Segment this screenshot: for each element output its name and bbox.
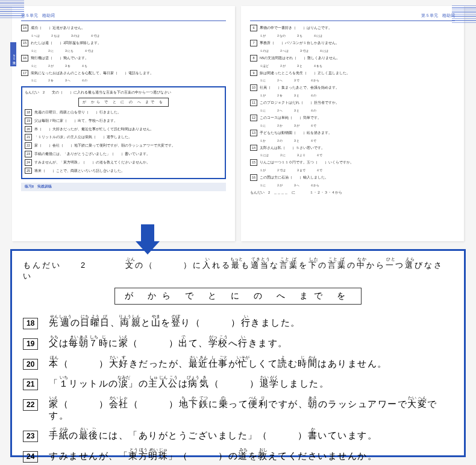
exercise-line: 24すみませんが、「東とう方ほう明めい珠じゅ」（）の道みちを教おしえてくださいま… <box>23 448 453 463</box>
question-text: 成功（ ）近道がありません。 <box>31 25 85 31</box>
question-number: 12 <box>250 115 257 121</box>
exercise-line: 22家いえ（）会かい社しゃ（）地ち下か鉄てつに乗のって便べん利りですが、朝あさの… <box>23 396 453 422</box>
question-text: 妹は間違ったところを先生（ ）正しく直しました。 <box>260 71 350 76</box>
left-page: 第５单元 格助词 14成功（ ）近道がありません。 １へは２もは３のは４では 1… <box>12 6 235 241</box>
question-number: 19 <box>23 338 38 350</box>
choices: １に２へ３で４から <box>260 78 455 83</box>
question-number: 14 <box>250 145 257 151</box>
question-text: 家（ ）会社（ ）地下鉄に乗って便利ですが、朝のラッシュアワーで大変です。 <box>34 143 175 148</box>
choices: １に２が３を４も <box>31 63 226 68</box>
question-text: りんごは一つ１１０円です。五つ（ ）いくらですか。 <box>260 160 354 165</box>
mondai-title-large: もんだい 2 文ぶんの（ ）に入れる最も適当な言葉を下の言葉の中から一つ選びなさ… <box>23 257 453 282</box>
question-text: N5の文法問題はそれ（ ）難しくありません。 <box>260 55 340 61</box>
question-number: 15 <box>21 40 28 46</box>
question-number: 15 <box>250 159 257 166</box>
question-text: すみませんが、「東とう方ほう明めい珠じゅ」（）の道みちを教おしえてくださいません… <box>49 448 377 462</box>
question-number: 19 <box>25 118 32 124</box>
question-text: このコースは単純（ ）簡単です。 <box>260 115 321 121</box>
question-number: 23 <box>25 151 32 157</box>
question-line: 10社員（ ）集まったあとで、会議を始めます。 <box>250 84 455 91</box>
choices: １に２へ３と４の <box>260 108 455 113</box>
question-line: 6果物の中で一番好き（ ）はりんごです。 <box>250 25 455 31</box>
question-text: 将来（ ）ことで、両親といろいろ話し合いました。 <box>34 168 125 174</box>
question-number: 20 <box>25 126 32 133</box>
question-text: このプロジェクトはだれ（ ）担当者ですか。 <box>260 100 339 106</box>
question-line: 7事務所（ ）パソコンが１台しかありません。 <box>250 40 455 46</box>
question-number: 18 <box>25 109 32 116</box>
question-line: 12このコースは単純（ ）簡単です。 <box>250 115 455 121</box>
highlighted-exercise-box: もんだい 2 文の（ ）に入れる最も適当な言葉を下の言葉の中から一つ選びなさい … <box>21 86 226 179</box>
choices: １に２か３が４で <box>260 123 455 128</box>
choices: １へは２もは３のは４では <box>31 33 226 38</box>
choices: １か２の３と４で <box>260 138 455 143</box>
question-number: 7 <box>250 40 257 46</box>
question-number: 24 <box>25 159 32 166</box>
choices: １に２に３にも４では <box>31 48 226 53</box>
question-text: すみませんが、「東方明珠」（ ）の道を教えてくださいませんか。 <box>34 160 150 165</box>
question-line: 9妹は間違ったところを先生（ ）正しく直しました。 <box>250 70 455 77</box>
zoomed-exercise: もんだい 2 文ぶんの（ ）に入れる最も適当な言葉を下の言葉の中から一つ選びなさ… <box>10 249 466 457</box>
sidebar-tab: Ｎ５文法 <box>10 42 16 66</box>
decoration-stripes <box>452 5 476 23</box>
mondai-title: もんだい 2 文の（ ）に入れる最も適当な言葉を下の言葉の中から一つ選びなさい <box>25 90 222 95</box>
question-number: 9 <box>250 70 257 77</box>
question-text: 父は毎朝７時に家（ ）出て、学校へ行きます。 <box>34 118 117 124</box>
question-text: 病気になったおばあさんのことを心配して、毎日家（ ）電話をします。 <box>31 71 154 76</box>
question-number: 21 <box>25 134 32 141</box>
decoration-stripes <box>0 0 24 18</box>
question-text: 子どもたちは動物園（ ）絵を描きます。 <box>260 130 332 136</box>
question-text: 手て紙がみの最さい後ごには、「ありがとうございました」（）書かいています。 <box>49 427 377 441</box>
question-number: 6 <box>250 25 257 31</box>
question-number: 22 <box>25 142 32 149</box>
question-line: 15りんごは一つ１１０円です。五つ（ ）いくらですか。 <box>250 159 455 166</box>
question-number: 23 <box>23 431 38 442</box>
question-text: 「１リットルの涙」の主人公は病気（ ）退学しました。 <box>34 134 132 140</box>
page-header-left: 第５单元 格助词 <box>21 12 226 21</box>
question-line: 14太郎さんは私（ ）５さい若いです。 <box>250 145 455 151</box>
question-number: 25 <box>25 168 32 174</box>
question-number: 18 <box>23 318 38 329</box>
footer-text: もんだい 2 ＿＿＿＿ に １・２・３・４から <box>250 190 455 195</box>
question-text: 飛行機は雲（ ）飛んでいます。 <box>31 55 89 61</box>
question-text: 家いえ（）会かい社しゃ（）地ち下か鉄てつに乗のって便べん利りですが、朝あさのラッ… <box>49 396 453 422</box>
question-line: 16この国は主に石油（ ）輸入しました。 <box>250 174 455 181</box>
question-text: 太郎さんは私（ ）５さい若いです。 <box>260 145 325 151</box>
question-text: 果物の中で一番好き（ ）はりんごです。 <box>260 25 332 31</box>
question-number: 21 <box>23 379 38 390</box>
question-text: 「１いちリットルの涙なみだ」の主しゅ人じん公こうは病びょう気き（）退たい学がくし… <box>49 375 329 390</box>
choices: １には２に３より４で <box>260 153 455 157</box>
question-text: この国は主に石油（ ）輸入しました。 <box>260 175 328 180</box>
exercise-line: 19父ちちは毎まい朝あさ７しち時じに家いえ（）出でて、学がっ校こうへ行いきます。 <box>23 335 453 350</box>
choices: １ほど２が３と４をも <box>260 63 455 68</box>
question-text: わたしは週（ ）2回部屋を掃除します。 <box>31 40 101 46</box>
question-number: 8 <box>250 55 257 62</box>
question-text: 先週の日曜日、両親と山を登り（ ）行きました。 <box>34 110 121 115</box>
question-number: 11 <box>250 100 257 106</box>
question-line: 11このプロジェクトはだれ（ ）担当者ですか。 <box>250 100 455 106</box>
choices: １が２なの３も４には <box>260 33 455 38</box>
book-spread: 第５单元 格助词 14成功（ ）近道がありません。 １へは２もは３のは４では 1… <box>0 0 476 241</box>
choices: １に２を３へ４の <box>31 78 226 83</box>
question-line: 13子どもたちは動物園（ ）絵を描きます。 <box>250 130 455 136</box>
question-text: 本（ ）大好きだったが、最近仕事が忙しくて読む時間はありません。 <box>34 127 154 132</box>
word-bank: が から で と に の へ まで を <box>78 98 168 107</box>
exercise-line: 23手て紙がみの最さい後ごには、「ありがとうございました」（）書かいています。 <box>23 427 453 442</box>
question-text: 父ちちは毎まい朝あさ７しち時じに家いえ（）出でて、学がっ校こうへ行いきます。 <box>49 335 288 349</box>
exercise-line: 18先せん週しゅうの日にち曜よう日び、両りょう親しんと山やまを登のぼり（）行いき… <box>23 314 453 329</box>
question-number: 17 <box>21 70 28 77</box>
question-text: 本ほん（）大だい好すきだったが、最さい近きん仕し事ごとが忙いそがしくて読よむ時じ… <box>49 355 387 370</box>
exercise-line: 20本ほん（）大だい好すきだったが、最さい近きん仕し事ごとが忙いそがしくて読よむ… <box>23 355 453 370</box>
question-text: 手紙の最後には、「ありがとうございました」（ ）書いています。 <box>34 151 150 157</box>
question-text: 先せん週しゅうの日にち曜よう日び、両りょう親しんと山やまを登のぼり（）行いきまし… <box>49 314 301 329</box>
exercise-line: 21「１いちリットルの涙なみだ」の主しゅ人じん公こうは病びょう気き（）退たい学が… <box>23 375 453 390</box>
question-number: 24 <box>23 451 38 463</box>
question-line: 8N5の文法問題はそれ（ ）難しくありません。 <box>250 55 455 62</box>
question-number: 22 <box>23 399 38 411</box>
choices: １に２が３へ４から <box>260 183 455 188</box>
question-number: 13 <box>250 130 257 136</box>
word-bank-large: が から で と に の へ まで を <box>114 288 361 305</box>
right-page: 第５单元 格助词 6果物の中で一番好き（ ）はりんごです。１が２なの３も４には7… <box>241 6 464 241</box>
choices: １のは２へは３では４には <box>260 48 455 53</box>
question-number: 16 <box>21 55 28 62</box>
question-text: 事務所（ ）パソコンが１台しかありません。 <box>260 40 339 46</box>
